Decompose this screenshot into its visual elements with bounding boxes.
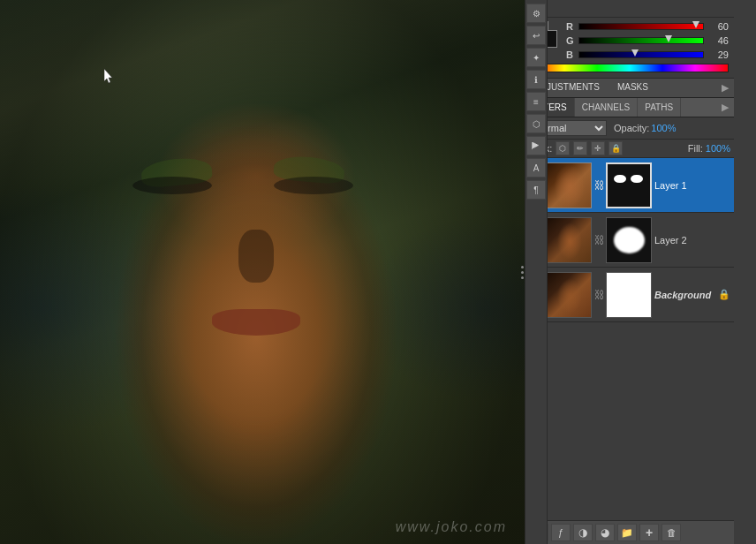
- add-mask-btn[interactable]: ◑: [573, 524, 593, 541]
- tool-btn-4[interactable]: ℹ: [526, 70, 546, 89]
- channel-g-slider[interactable]: [578, 37, 704, 44]
- add-adjustment-btn[interactable]: ◕: [595, 524, 615, 541]
- tool-btn-3[interactable]: ✦: [526, 48, 546, 67]
- layer-item-bg[interactable]: ⛓ Background 🔒: [525, 268, 734, 322]
- adj-masks-row: ADJUSTMENTS MASKS ▶: [525, 79, 734, 98]
- layer-1-thumb: [546, 162, 592, 208]
- canvas-image: www.joko.com: [0, 0, 525, 544]
- channel-b-row: B 29: [566, 49, 729, 60]
- layers-list: ⛓ Layer 1: [525, 158, 734, 520]
- channel-g-row: G 46: [566, 35, 729, 46]
- layer-2-name: Layer 2: [654, 235, 730, 246]
- tab-paths[interactable]: PATHS: [638, 98, 681, 117]
- lock-all-btn[interactable]: 🔒: [609, 141, 623, 155]
- right-panel: Mb R 60: [525, 0, 734, 544]
- layer-bg-thumb: [546, 272, 592, 318]
- lock-fill-row: Lock: ⬡ ✏ ✛ 🔒 Fill: 100%: [525, 140, 734, 158]
- layer-1-mask: [606, 162, 652, 208]
- lock-move-btn[interactable]: ✛: [591, 141, 605, 155]
- layer-bg-mask: [606, 272, 652, 318]
- layer-2-link: ⛓: [594, 234, 603, 246]
- channel-r-value: 60: [707, 21, 729, 32]
- opacity-label: Opacity:: [614, 123, 649, 133]
- delete-layer-btn[interactable]: 🗑: [662, 524, 681, 541]
- layer-bg-lock-icon: 🔒: [718, 289, 730, 300]
- channel-b-label: B: [566, 49, 575, 60]
- layer-bg-name: Background: [654, 290, 715, 300]
- layer-bg-link: ⛓: [594, 289, 603, 301]
- watermark: www.joko.com: [396, 519, 507, 535]
- tool-btn-9[interactable]: ¶: [526, 180, 546, 200]
- fill-value[interactable]: 100%: [706, 143, 730, 154]
- opacity-value[interactable]: 100%: [651, 123, 676, 133]
- fill-label: Fill:: [688, 143, 703, 154]
- channel-r-row: R 60: [566, 21, 729, 32]
- channel-g-value: 46: [707, 35, 729, 46]
- channel-b-slider[interactable]: [578, 51, 704, 58]
- layer-item-1[interactable]: ⛓ Layer 1: [525, 158, 734, 213]
- tab-channels[interactable]: CHANNELS: [575, 98, 638, 117]
- tool-btn-7[interactable]: ⯈: [526, 136, 546, 155]
- new-layer-btn[interactable]: +: [639, 524, 659, 541]
- layers-expand-icon[interactable]: ▶: [716, 98, 734, 117]
- new-group-btn[interactable]: 📁: [617, 524, 637, 541]
- info-bar: Mb: [525, 0, 734, 18]
- tab-masks[interactable]: MASKS: [609, 79, 657, 97]
- tool-btn-1[interactable]: ⚙: [526, 4, 546, 23]
- tool-btn-6[interactable]: ⬡: [526, 114, 546, 133]
- tool-btn-8[interactable]: A: [526, 158, 546, 178]
- canvas-area: www.joko.com: [0, 0, 525, 544]
- tool-btn-2[interactable]: ↩: [526, 26, 546, 45]
- layer-2-mask: [606, 217, 652, 263]
- cursor-icon: [104, 69, 117, 87]
- layer-2-thumb: [546, 217, 592, 263]
- lock-transparent-btn[interactable]: ⬡: [556, 141, 570, 155]
- channel-b-value: 29: [707, 49, 729, 60]
- channel-r-slider[interactable]: [578, 23, 704, 30]
- tool-btn-5[interactable]: ≡: [526, 92, 546, 111]
- layer-style-btn[interactable]: ƒ: [551, 524, 571, 541]
- blend-mode-row: Normal Opacity: 100%: [525, 117, 734, 140]
- spectrum-bar: [531, 64, 729, 72]
- rgb-channels: R 60 G 46: [525, 18, 734, 79]
- panel-expand-icon[interactable]: ▶: [716, 79, 734, 97]
- layer-1-link: ⛓: [594, 179, 603, 192]
- channel-g-label: G: [566, 35, 575, 46]
- channel-r-label: R: [566, 21, 575, 32]
- layers-tabs-row: LAYERS CHANNELS PATHS ▶: [525, 98, 734, 117]
- lock-image-btn[interactable]: ✏: [573, 141, 587, 155]
- layer-item-2[interactable]: ⛓ Layer 2: [525, 213, 734, 268]
- layer-1-name: Layer 1: [654, 180, 730, 191]
- layers-bottom-bar: ⛓ ƒ ◑ ◕ 📁 + 🗑: [525, 520, 734, 544]
- tool-strip: ⚙ ↩ ✦ ℹ ≡ ⬡ ⯈ A ¶: [525, 0, 548, 544]
